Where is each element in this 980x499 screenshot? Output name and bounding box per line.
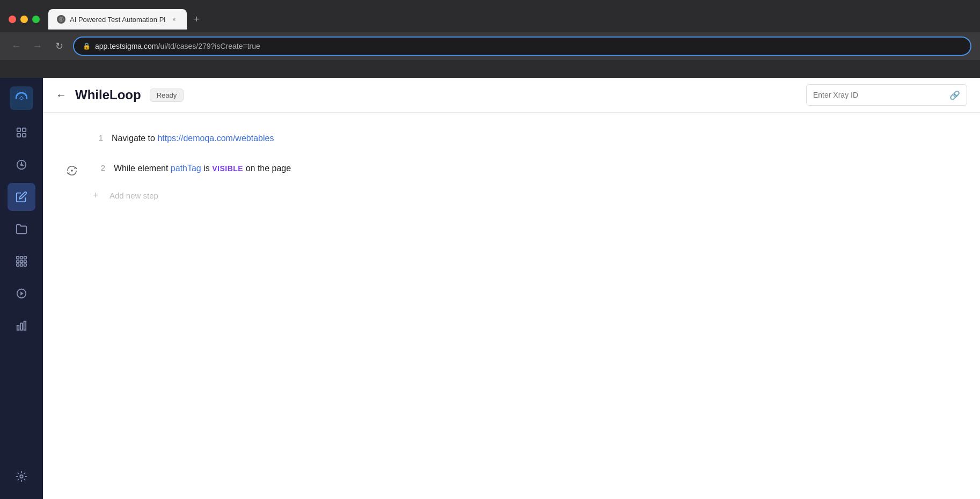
tab-favicon	[57, 15, 65, 24]
svg-rect-15	[20, 264, 23, 267]
svg-rect-4	[17, 134, 20, 137]
address-text: app.testsigma.com/ui/td/cases/279?isCrea…	[95, 42, 962, 50]
sidebar	[0, 78, 43, 499]
page-title: WhileLoop	[75, 87, 141, 102]
svg-rect-5	[23, 134, 26, 137]
xray-id-input[interactable]	[813, 91, 949, 99]
svg-rect-14	[17, 264, 19, 267]
xray-input-wrapper: 🔗	[806, 84, 967, 106]
svg-rect-12	[20, 260, 23, 263]
tab-title: AI Powered Test Automation Pl	[70, 16, 165, 24]
add-step-plus-icon: +	[88, 190, 103, 201]
svg-rect-8	[17, 256, 19, 259]
main-content: ← WhileLoop Ready 🔗 1 Navigate to https:…	[43, 78, 980, 499]
svg-rect-16	[24, 264, 27, 267]
sidebar-item-edit[interactable]	[8, 183, 35, 211]
step-2-condition: VISIBLE	[212, 164, 243, 173]
svg-rect-11	[17, 260, 19, 263]
lock-icon: 🔒	[83, 42, 91, 50]
browser-chrome: AI Powered Test Automation Pl × + ← → ↻ …	[0, 0, 980, 78]
svg-rect-19	[17, 326, 19, 330]
svg-point-22	[20, 475, 23, 478]
step-2-content: While element pathTag is VISIBLE on the …	[114, 162, 959, 175]
step-row: 1 Navigate to https://demoqa.com/webtabl…	[64, 126, 959, 156]
step-1-content: Navigate to https://demoqa.com/webtables	[112, 132, 959, 145]
loop-icon	[64, 163, 79, 178]
svg-rect-21	[24, 321, 26, 331]
sidebar-item-chart[interactable]	[8, 312, 35, 340]
refresh-nav-button[interactable]: ↻	[52, 39, 67, 54]
step-row: 2 While element pathTag is VISIBLE on th…	[64, 156, 959, 186]
svg-point-7	[21, 164, 23, 166]
svg-marker-18	[20, 291, 24, 295]
traffic-lights	[9, 16, 40, 23]
steps-area: 1 Navigate to https://demoqa.com/webtabl…	[43, 113, 980, 499]
back-button[interactable]: ←	[56, 89, 67, 101]
sidebar-item-apps[interactable]	[8, 247, 35, 275]
active-tab[interactable]: AI Powered Test Automation Pl ×	[48, 9, 187, 30]
sidebar-item-play[interactable]	[8, 280, 35, 307]
svg-rect-10	[24, 256, 27, 259]
status-badge: Ready	[150, 89, 184, 102]
tab-bar: AI Powered Test Automation Pl × +	[48, 9, 971, 30]
step-2-number: 2	[90, 163, 105, 172]
link-icon[interactable]: 🔗	[949, 90, 960, 100]
sidebar-item-folder[interactable]	[8, 215, 35, 243]
step-1-link[interactable]: https://demoqa.com/webtables	[157, 134, 274, 143]
add-step-label: Add new step	[109, 191, 158, 200]
svg-rect-3	[23, 128, 26, 131]
back-nav-button[interactable]: ←	[9, 39, 24, 54]
sidebar-logo	[10, 86, 33, 110]
title-bar: AI Powered Test Automation Pl × +	[0, 0, 980, 32]
svg-point-23	[71, 170, 73, 172]
tab-close-button[interactable]: ×	[170, 15, 178, 24]
svg-rect-9	[20, 256, 23, 259]
address-bar[interactable]: 🔒 app.testsigma.com/ui/td/cases/279?isCr…	[73, 36, 971, 56]
minimize-window-button[interactable]	[20, 16, 28, 23]
page-header: ← WhileLoop Ready 🔗	[43, 78, 980, 113]
svg-rect-13	[24, 260, 27, 263]
sidebar-item-dashboard[interactable]	[8, 151, 35, 179]
close-window-button[interactable]	[9, 16, 16, 23]
forward-nav-button[interactable]: →	[30, 39, 45, 54]
sidebar-item-settings[interactable]	[8, 463, 35, 490]
step-2-element: pathTag	[171, 164, 201, 173]
svg-point-1	[20, 97, 23, 99]
step-1-number: 1	[88, 133, 103, 142]
svg-rect-2	[17, 128, 20, 131]
svg-rect-20	[20, 323, 23, 330]
address-bar-row: ← → ↻ 🔒 app.testsigma.com/ui/td/cases/27…	[0, 32, 980, 60]
maximize-window-button[interactable]	[32, 16, 40, 23]
add-step-row[interactable]: + Add new step	[88, 186, 959, 206]
new-tab-button[interactable]: +	[189, 12, 204, 27]
sidebar-item-grid[interactable]	[8, 119, 35, 146]
app-layout: ← WhileLoop Ready 🔗 1 Navigate to https:…	[0, 78, 980, 499]
